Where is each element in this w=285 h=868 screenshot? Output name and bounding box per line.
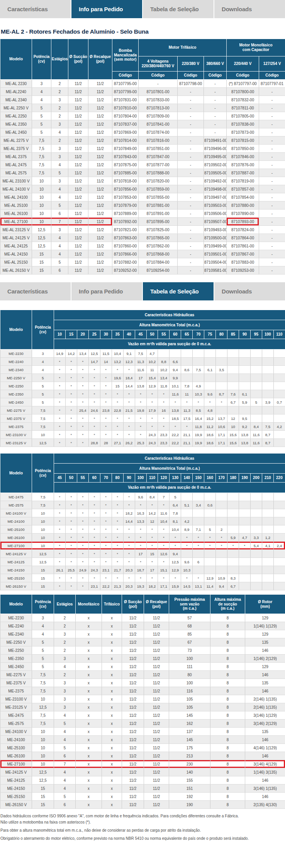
- data-cell: 13,8: [170, 406, 181, 414]
- tab-caracteristicas[interactable]: Características: [0, 282, 71, 300]
- data-cell: [262, 358, 273, 366]
- data-cell: 146: [245, 776, 285, 784]
- data-cell: *: [181, 542, 193, 550]
- highlighted-row: ME-AL 2710010711/211/287107892-008710789…: [0, 218, 285, 226]
- data-cell: 87107833-00: [139, 96, 178, 104]
- data-cell: 9,4: [170, 550, 181, 558]
- data-cell: [204, 350, 216, 358]
- data-cell: 9,4: [170, 366, 181, 374]
- data-cell: x: [76, 784, 102, 793]
- data-cell: 2: [54, 614, 76, 622]
- data-cell: *: [112, 390, 123, 398]
- data-cell: *: [100, 574, 112, 582]
- data-cell: 4: [51, 185, 68, 193]
- model-cell: ME-2450: [0, 398, 32, 406]
- data-cell: 192: [169, 793, 210, 801]
- data-cell: 23,1: [100, 566, 112, 574]
- data-cell: 8,8: [158, 358, 170, 366]
- data-cell: 87107859-00: [139, 185, 178, 193]
- data-cell: 5: [32, 655, 54, 663]
- data-cell: 5: [32, 663, 54, 671]
- header-altura-manometrica-total-m-c-a: Altura Manométrica Total (m.c.a.): [54, 464, 285, 474]
- data-cell: [170, 350, 181, 358]
- data-cell: *: [77, 509, 88, 517]
- data-cell: 12,5: [88, 350, 100, 358]
- header-200: 200: [250, 474, 262, 483]
- data-cell: *: [77, 574, 88, 582]
- data-cell: [262, 390, 273, 398]
- data-cell: 162: [169, 720, 210, 728]
- data-cell: x: [102, 793, 122, 801]
- data-cell: -: [178, 258, 204, 266]
- data-cell: [193, 566, 204, 574]
- model-cell: ME-AL2240: [0, 88, 32, 96]
- data-cell: 11/2: [68, 120, 88, 128]
- data-cell: 87109500-00: [204, 234, 227, 242]
- header-55: 55: [77, 474, 88, 483]
- data-cell: *: [77, 550, 88, 558]
- data-cell: 22,8: [112, 406, 123, 414]
- data-cell: *: [100, 509, 112, 517]
- data-cell: *: [123, 558, 135, 566]
- data-cell: *: [112, 525, 123, 534]
- header-110: 110: [273, 330, 285, 339]
- model-cell: ME-25100: [0, 744, 32, 752]
- data-cell: 87109253-00: [227, 266, 259, 275]
- data-cell: 19,9: [193, 439, 204, 447]
- data-cell: 7,5: [32, 161, 51, 169]
- data-cell: *: [146, 534, 158, 542]
- data-cell: [193, 358, 204, 366]
- tab-downloads[interactable]: Downloads: [214, 282, 285, 300]
- data-cell: 2: [216, 525, 227, 534]
- data-cell: 17,1: [216, 431, 227, 439]
- data-cell: [193, 550, 204, 558]
- data-cell: 1(146) 3(135): [245, 768, 285, 776]
- data-cell: [273, 566, 285, 574]
- tab-tabela-de-selecao[interactable]: Tabela de Seleção: [143, 282, 214, 300]
- data-cell: [273, 382, 285, 390]
- data-cell: 3: [51, 96, 68, 104]
- data-cell: 2(135) 4(130): [245, 801, 285, 809]
- data-cell: *: [77, 439, 88, 447]
- data-cell: 9,6: [181, 558, 193, 566]
- data-cell: -: [204, 128, 227, 136]
- data-cell: 10: [32, 760, 54, 768]
- data-cell: 11/2: [144, 695, 169, 703]
- data-cell: 15: [32, 582, 54, 590]
- model-cell: ME-AL 24100: [0, 193, 32, 201]
- data-cell: -: [204, 80, 227, 88]
- data-cell: *: [88, 414, 100, 423]
- data-cell: [250, 501, 262, 509]
- data-cell: -: [178, 104, 204, 112]
- tab-caracteristicas[interactable]: Características: [0, 0, 71, 18]
- data-cell: 5: [51, 258, 68, 266]
- data-cell: 11/2: [144, 793, 169, 801]
- data-cell: 3: [51, 145, 68, 153]
- data-cell: [181, 374, 193, 382]
- tab-info-para-pedido[interactable]: Info para Pedido: [71, 282, 142, 300]
- model-cell: ME-24125 V: [0, 550, 32, 558]
- data-cell: 8: [210, 728, 245, 736]
- tab-info-para-pedido[interactable]: Info para Pedido: [71, 0, 142, 18]
- tab-tabela-de-selecao[interactable]: Tabela de Seleção: [143, 0, 214, 18]
- data-cell: *: [65, 574, 77, 582]
- data-cell: 10: [32, 736, 54, 744]
- data-cell: 11/2: [68, 136, 88, 145]
- model-cell: ME-26100: [0, 534, 32, 542]
- data-cell: *: [54, 382, 66, 390]
- data-cell: 2: [51, 112, 68, 120]
- header-120: 120: [158, 474, 170, 483]
- data-cell: 6,7: [227, 582, 239, 590]
- data-cell: 11/2: [68, 177, 88, 185]
- tab-downloads[interactable]: Downloads: [214, 0, 285, 18]
- header-bomba-mancalizada-sem-motor: Bomba Mancalizada (sem motor): [112, 39, 139, 72]
- data-cell: [239, 582, 251, 590]
- data-cell: -: [178, 136, 204, 145]
- data-cell: -: [204, 96, 227, 104]
- data-cell: [250, 550, 262, 558]
- data-cell: [204, 358, 216, 366]
- data-cell: [250, 574, 262, 582]
- data-cell: 5: [250, 398, 262, 406]
- data-cell: *: [158, 414, 170, 423]
- data-cell: 28: [100, 439, 112, 447]
